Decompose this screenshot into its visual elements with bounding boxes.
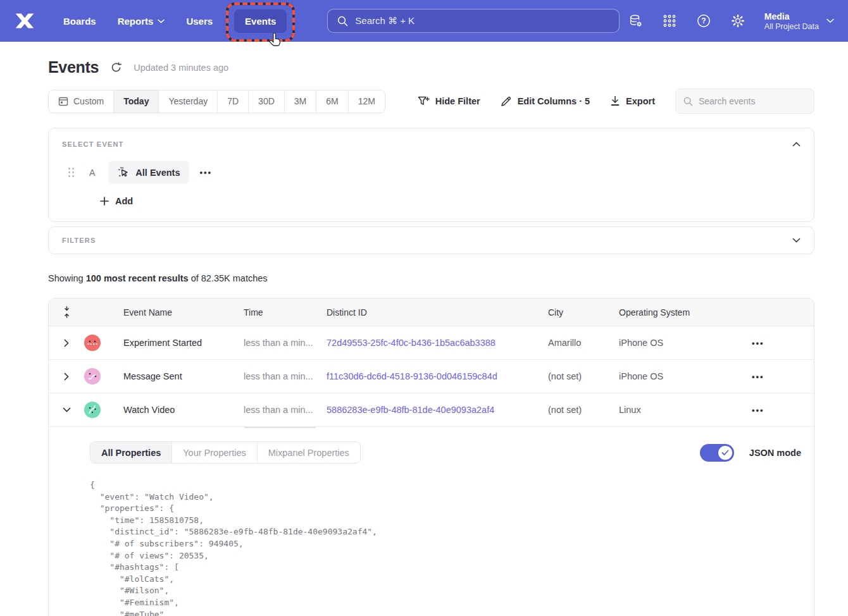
tab-label: Mixpanel Properties xyxy=(268,448,349,458)
collapse-row-button[interactable] xyxy=(49,407,84,412)
date-range-custom[interactable]: Custom xyxy=(49,90,114,113)
global-search-input[interactable]: Search ⌘ + K xyxy=(327,9,620,33)
date-range-30d[interactable]: 30D xyxy=(249,90,285,113)
collapse-section-button[interactable] xyxy=(792,142,801,147)
json-mode-label: JSON mode xyxy=(749,448,801,458)
edit-columns-button[interactable]: Edit Columns · 5 xyxy=(501,95,590,107)
col-distinct-id[interactable]: Distinct ID xyxy=(327,307,548,317)
events-table: Event Name Time Distinct ID City Operati… xyxy=(48,298,814,616)
refresh-icon xyxy=(110,61,122,73)
export-button[interactable]: Export xyxy=(610,95,655,107)
date-range-6m[interactable]: 6M xyxy=(316,90,348,113)
distinct-id-link[interactable]: 5886283e-e9fb-48fb-81de-40e9093a2af4 xyxy=(327,405,548,415)
all-events-selector[interactable]: All Events xyxy=(108,161,189,184)
chevron-down-icon xyxy=(792,238,801,243)
nav-label: Reports xyxy=(118,16,154,27)
filter-funnel-icon xyxy=(418,96,430,107)
col-operating-system[interactable]: Operating System xyxy=(619,307,751,317)
summary-suffix: of 82.35K matches xyxy=(189,273,268,283)
city-cell: (not set) xyxy=(548,405,619,415)
event-more-menu[interactable]: ••• xyxy=(199,168,212,177)
expand-filters-button[interactable] xyxy=(792,238,801,243)
nav-item-users[interactable]: Users xyxy=(186,16,213,27)
search-events-box xyxy=(675,89,814,114)
date-range-yesterday[interactable]: Yesterday xyxy=(159,90,218,113)
chevron-right-icon xyxy=(64,373,69,381)
tab-all-properties[interactable]: All Properties xyxy=(90,442,172,463)
select-event-panel: SELECT EVENT A xyxy=(48,128,814,222)
data-management-icon[interactable] xyxy=(628,13,643,28)
top-navbar: Boards Reports Users Events Search ⌘ + K xyxy=(0,0,848,42)
event-name-cell[interactable]: Experiment Started xyxy=(123,338,244,348)
project-selector[interactable]: Media All Project Data xyxy=(764,11,834,31)
search-events-input[interactable] xyxy=(699,96,806,106)
os-cell: Linux xyxy=(619,405,751,415)
refresh-button[interactable] xyxy=(110,61,122,73)
date-range-group: Custom Today Yesterday 7D 30D 3M 6M 12M xyxy=(48,90,385,113)
nav-item-events[interactable]: Events xyxy=(234,9,287,33)
date-range-12m[interactable]: 12M xyxy=(349,90,385,113)
search-placeholder: Search ⌘ + K xyxy=(355,15,415,27)
os-cell: iPhone OS xyxy=(619,338,751,348)
expand-row-button[interactable] xyxy=(49,339,84,347)
apps-grid-icon[interactable] xyxy=(662,13,677,28)
row-menu-button[interactable]: ••• xyxy=(751,338,814,348)
event-avatar xyxy=(84,335,101,351)
nav-label: Boards xyxy=(63,16,96,27)
nav-item-events-wrapper: Events xyxy=(234,9,287,33)
date-range-3m[interactable]: 3M xyxy=(285,90,316,113)
date-range-today[interactable]: Today xyxy=(114,90,159,113)
add-event-button[interactable]: Add xyxy=(100,196,144,206)
row-menu-button[interactable]: ••• xyxy=(751,372,814,381)
results-summary: Showing 100 most recent results of 82.35… xyxy=(48,273,814,283)
tab-label: Your Properties xyxy=(183,448,246,458)
svg-text:?: ? xyxy=(701,16,706,25)
event-name-cell[interactable]: Watch Video xyxy=(123,405,244,415)
expand-row-button[interactable] xyxy=(49,373,84,381)
hand-cursor-icon xyxy=(268,33,282,48)
summary-prefix: Showing xyxy=(48,273,86,283)
chevron-down-icon xyxy=(826,18,834,23)
calendar-icon xyxy=(58,96,68,106)
edit-columns-label: Edit Columns · 5 xyxy=(518,96,590,106)
col-time[interactable]: Time xyxy=(244,307,327,317)
drag-handle[interactable] xyxy=(68,168,74,177)
export-label: Export xyxy=(626,96,655,106)
hide-filter-button[interactable]: Hide Filter xyxy=(418,96,480,107)
nav-item-reports[interactable]: Reports xyxy=(118,16,165,27)
mixpanel-logo[interactable] xyxy=(14,11,35,30)
event-avatar xyxy=(84,368,101,385)
city-cell: Amarillo xyxy=(548,338,619,348)
project-subtitle: All Project Data xyxy=(764,22,819,31)
col-city[interactable]: City xyxy=(548,307,619,317)
col-event-name[interactable]: Event Name xyxy=(123,307,244,317)
json-mode-toggle[interactable] xyxy=(700,444,734,462)
date-range-label: Custom xyxy=(73,96,104,106)
event-row-letter: A xyxy=(89,168,95,178)
nav-label: Events xyxy=(245,16,276,27)
distinct-id-link[interactable]: 72d49553-25fc-4f0c-b436-1b5ac6ab3388 xyxy=(327,338,548,348)
settings-gear-icon[interactable] xyxy=(730,13,745,28)
search-icon xyxy=(683,96,693,107)
distinct-id-link[interactable]: f11c30d6-dc6d-4518-9136-0d046159c84d xyxy=(327,371,548,381)
date-range-label: Today xyxy=(123,96,149,106)
date-range-label: 6M xyxy=(326,96,338,106)
add-label: Add xyxy=(115,196,133,206)
navbar-right: ? Media All Project Data xyxy=(628,11,834,31)
collapse-all-button[interactable] xyxy=(49,306,84,318)
tab-your-properties[interactable]: Your Properties xyxy=(172,442,257,463)
event-avatar xyxy=(84,402,101,418)
event-name-cell[interactable]: Message Sent xyxy=(123,371,244,381)
date-range-label: 7D xyxy=(227,96,239,106)
nav-label: Users xyxy=(186,16,213,27)
date-range-label: 3M xyxy=(294,96,306,106)
date-range-label: 12M xyxy=(358,96,375,106)
filters-title: FILTERS xyxy=(62,237,96,244)
table-row: Experiment Started less than a min... 72… xyxy=(49,326,814,360)
os-cell: iPhone OS xyxy=(619,371,751,381)
row-menu-button[interactable]: ••• xyxy=(751,405,814,415)
help-icon[interactable]: ? xyxy=(696,13,711,28)
nav-item-boards[interactable]: Boards xyxy=(63,16,96,27)
date-range-7d[interactable]: 7D xyxy=(218,90,249,113)
tab-mixpanel-properties[interactable]: Mixpanel Properties xyxy=(258,442,360,463)
